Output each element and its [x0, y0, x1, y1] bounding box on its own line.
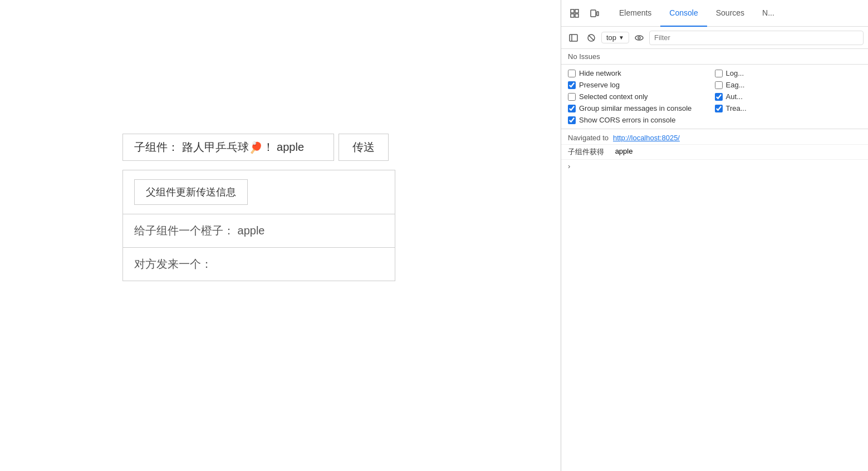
auto-complete-checkbox[interactable] — [715, 93, 723, 101]
svg-point-10 — [635, 36, 643, 40]
preserve-log-label: Preserve log — [579, 81, 620, 89]
selected-context-label: Selected context only — [579, 92, 648, 101]
option-eager-eval: Eag... — [715, 81, 862, 89]
treat-as-label: Trea... — [726, 104, 747, 112]
page-content: 子组件： 路人甲乒乓球🏓！ apple 传送 父组件更新传送信息 给子组件一个橙… — [122, 134, 395, 281]
option-hide-network: Hide network — [568, 69, 715, 77]
group-similar-checkbox[interactable] — [568, 105, 576, 112]
log-label: Log... — [726, 69, 744, 77]
console-prompt-row: › — [561, 160, 868, 173]
svg-line-9 — [589, 35, 594, 41]
options-row-2: Preserve log Eag... — [568, 81, 861, 89]
child-component-text: 子组件： 路人甲乒乓球 — [134, 140, 249, 155]
console-sidebar-icon[interactable] — [566, 30, 581, 46]
hide-network-checkbox[interactable] — [568, 70, 576, 77]
console-secondary-toolbar: top ▼ — [561, 27, 868, 49]
option-preserve-log: Preserve log — [568, 81, 715, 89]
parent-button-row: 父组件更新传送信息 — [123, 170, 395, 214]
console-chevron-icon: › — [568, 162, 570, 170]
navigated-url[interactable]: http://localhost:8025/ — [613, 134, 680, 142]
option-show-cors: Show CORS errors in console — [568, 116, 861, 124]
options-area: Hide network Log... Preserve log Eag... … — [561, 65, 868, 129]
child-got-text: 子组件获得 — [568, 147, 604, 157]
context-dropdown[interactable]: top ▼ — [601, 32, 629, 43]
parent-orange-info: 给子组件一个橙子： apple — [123, 214, 395, 248]
log-entry-child-got: 子组件获得 apple — [561, 145, 868, 160]
svg-rect-0 — [571, 9, 574, 13]
option-auto-complete: Aut... — [715, 92, 862, 101]
live-expressions-icon[interactable] — [631, 30, 647, 46]
preserve-log-checkbox[interactable] — [568, 81, 576, 89]
parent-component-box: 父组件更新传送信息 给子组件一个橙子： apple 对方发来一个： — [122, 170, 395, 281]
option-treat-as: Trea... — [715, 104, 862, 112]
svg-rect-4 — [591, 10, 596, 17]
child-exclaim-text: ！ apple — [263, 140, 305, 155]
tab-console[interactable]: Console — [660, 0, 707, 27]
issues-bar: No Issues — [561, 49, 868, 65]
child-component-row: 子组件： 路人甲乒乓球🏓！ apple 传送 — [122, 134, 389, 161]
filter-input[interactable] — [649, 31, 864, 45]
option-log: Log... — [715, 69, 862, 77]
show-cors-label: Show CORS errors in console — [579, 116, 675, 124]
parent-update-button[interactable]: 父组件更新传送信息 — [134, 179, 248, 205]
tab-sources[interactable]: Sources — [707, 0, 753, 27]
page-area: 子组件： 路人甲乒乓球🏓！ apple 传送 父组件更新传送信息 给子组件一个橙… — [0, 0, 561, 471]
devtools-tabs: Elements Console Sources N... — [610, 0, 783, 27]
auto-complete-label: Aut... — [726, 92, 743, 101]
chevron-down-icon: ▼ — [619, 35, 624, 41]
svg-rect-5 — [597, 12, 599, 16]
hide-network-label: Hide network — [579, 69, 621, 77]
child-input-display: 子组件： 路人甲乒乓球🏓！ apple — [122, 134, 334, 161]
parent-receive-info: 对方发来一个： — [123, 248, 395, 281]
svg-rect-1 — [575, 9, 578, 13]
option-group-similar: Group similar messages in console — [568, 104, 715, 112]
svg-rect-2 — [571, 14, 574, 17]
toggle-device-icon[interactable] — [586, 4, 604, 22]
inspect-element-icon[interactable] — [566, 4, 583, 22]
log-checkbox[interactable] — [715, 70, 723, 77]
context-dropdown-label: top — [606, 33, 616, 42]
log-entry-navigated: Navigated to http://localhost:8025/ — [561, 131, 868, 145]
options-row-5: Show CORS errors in console — [568, 116, 861, 124]
send-button[interactable]: 传送 — [339, 134, 389, 161]
option-selected-context: Selected context only — [568, 92, 715, 101]
issues-label: No Issues — [568, 52, 600, 61]
svg-rect-6 — [570, 35, 577, 41]
selected-context-checkbox[interactable] — [568, 93, 576, 101]
options-row-1: Hide network Log... — [568, 69, 861, 77]
svg-point-11 — [638, 37, 640, 39]
eager-eval-checkbox[interactable] — [715, 81, 723, 89]
ping-pong-emoji: 🏓 — [249, 141, 263, 154]
options-row-3: Selected context only Aut... — [568, 92, 861, 101]
svg-rect-3 — [575, 14, 578, 17]
treat-as-checkbox[interactable] — [715, 105, 723, 112]
tab-elements[interactable]: Elements — [610, 0, 660, 27]
tab-network[interactable]: N... — [753, 0, 783, 27]
navigated-prefix: Navigated to — [568, 134, 609, 142]
devtools-panel: Elements Console Sources N... — [561, 0, 868, 471]
child-got-value: apple — [615, 147, 633, 155]
devtools-toolbar: Elements Console Sources N... — [561, 0, 868, 27]
clear-console-icon[interactable] — [583, 30, 599, 46]
console-log-area: Navigated to http://localhost:8025/ 子组件获… — [561, 129, 868, 471]
options-row-4: Group similar messages in console Trea..… — [568, 104, 861, 112]
group-similar-label: Group similar messages in console — [579, 104, 692, 112]
show-cors-checkbox[interactable] — [568, 116, 576, 124]
eager-eval-label: Eag... — [726, 81, 745, 89]
